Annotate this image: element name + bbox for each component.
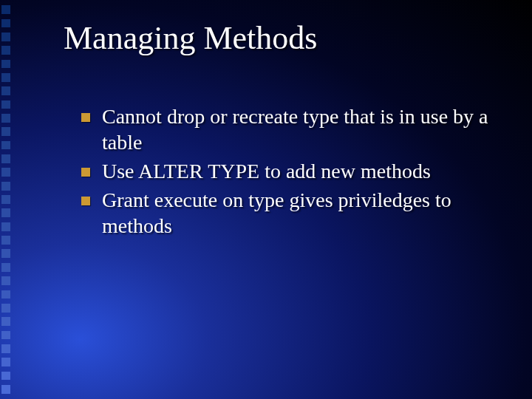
bullet-list: Cannot drop or recreate type that is in … — [81, 103, 495, 239]
edge-square-icon — [1, 182, 10, 191]
decorative-edge-squares — [1, 0, 16, 399]
list-item: Use ALTER TYPE to add new methods — [81, 158, 495, 184]
edge-square-icon — [1, 263, 10, 272]
edge-square-icon — [1, 276, 10, 285]
list-item-text: Grant execute on type gives priviledges … — [102, 188, 451, 237]
edge-square-icon — [1, 344, 10, 353]
list-item-text: Use ALTER TYPE to add new methods — [102, 160, 431, 183]
list-item: Cannot drop or recreate type that is in … — [81, 103, 495, 155]
edge-square-icon — [1, 331, 10, 340]
slide-title: Managing Methods — [64, 21, 317, 56]
edge-square-icon — [1, 60, 10, 69]
edge-square-icon — [1, 73, 10, 82]
edge-square-icon — [1, 114, 10, 123]
edge-square-icon — [1, 358, 10, 366]
edge-square-icon — [1, 222, 10, 231]
slide-body: Cannot drop or recreate type that is in … — [81, 103, 495, 242]
edge-square-icon — [1, 19, 10, 28]
edge-square-icon — [1, 385, 10, 394]
square-bullet-icon — [81, 113, 90, 122]
square-bullet-icon — [81, 197, 90, 205]
list-item: Grant execute on type gives priviledges … — [81, 187, 495, 239]
edge-square-icon — [1, 195, 10, 204]
edge-square-icon — [1, 100, 10, 109]
edge-square-icon — [1, 154, 10, 163]
edge-square-icon — [1, 317, 10, 326]
edge-square-icon — [1, 208, 10, 217]
edge-square-icon — [1, 168, 10, 177]
edge-square-icon — [1, 5, 10, 14]
slide: Managing Methods Cannot drop or recreate… — [0, 0, 532, 399]
edge-square-icon — [1, 304, 10, 313]
edge-square-icon — [1, 290, 10, 299]
edge-square-icon — [1, 86, 10, 95]
edge-square-icon — [1, 141, 10, 150]
edge-square-icon — [1, 127, 10, 136]
square-bullet-icon — [81, 168, 90, 177]
list-item-text: Cannot drop or recreate type that is in … — [102, 105, 488, 154]
edge-square-icon — [1, 33, 10, 41]
edge-square-icon — [1, 249, 10, 258]
edge-square-icon — [1, 236, 10, 245]
edge-square-icon — [1, 372, 10, 381]
edge-square-icon — [1, 46, 10, 55]
